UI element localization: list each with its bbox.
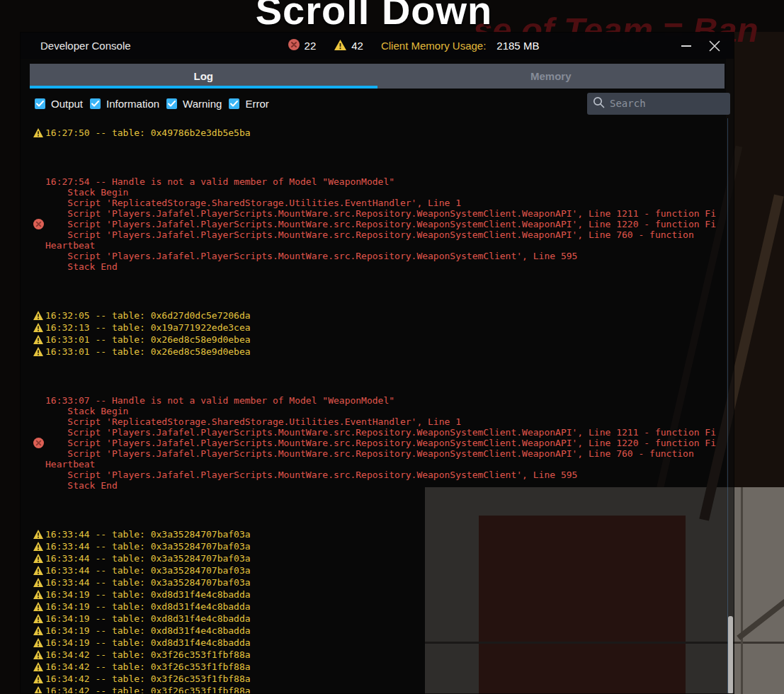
log-entry-warning: 16:34:19 -- table: 0xd8d31f4e4c8badda: [21, 588, 727, 601]
warning-icon: [33, 128, 43, 137]
warning-count: 42: [351, 40, 363, 52]
log-error-line: Stack Begin: [33, 187, 727, 198]
tab-log[interactable]: Log: [30, 64, 377, 89]
log-error-line: Script 'Players.Jafafel.PlayerScripts.Mo…: [33, 448, 727, 459]
log-area: 16:27:50 -- table: 0x49786b2e3db5e5ba16:…: [21, 118, 734, 693]
log-text: 16:32:13 -- table: 0x19a771922ede3cea: [45, 322, 251, 333]
filter-label: Warning: [183, 98, 222, 110]
log-text: 16:33:44 -- table: 0x3a35284707baf03a: [45, 553, 251, 564]
log-text: 16:33:44 -- table: 0x3a35284707baf03a: [45, 565, 251, 576]
log-text: 16:33:44 -- table: 0x3a35284707baf03a: [45, 529, 251, 540]
filter-information[interactable]: Information: [90, 98, 159, 110]
log-spacer: [21, 139, 727, 176]
log-entry-warning: 16:32:05 -- table: 0x6d27d0dc5e7206da: [21, 309, 727, 322]
log-error-line: Script 'Players.Jafafel.PlayerScripts.Mo…: [33, 470, 727, 480]
checkbox-checked-icon: [90, 98, 101, 109]
filter-bar: Output Information Warning Error: [21, 89, 734, 118]
search-input[interactable]: [610, 98, 737, 109]
checkbox-checked-icon: [229, 98, 239, 109]
developer-console-window: Developer Console 22 42 Client Memory Us…: [20, 32, 734, 694]
background-tile-grout: [741, 487, 743, 694]
warning-icon: [33, 530, 43, 539]
filter-label: Information: [106, 98, 159, 110]
warning-icon: [33, 662, 43, 671]
log-error-line: Script 'Players.Jafafel.PlayerScripts.Mo…: [33, 219, 727, 229]
log-error-line: 16:33:07 -- Handle is not a valid member…: [33, 395, 727, 406]
memory-usage-value: 2185 MB: [496, 40, 539, 52]
filter-label: Output: [51, 98, 83, 110]
warning-icon: [33, 578, 43, 587]
log-text: 16:34:19 -- table: 0xd8d31f4e4c8badda: [45, 637, 251, 648]
log-spacer: [21, 272, 727, 309]
log-list[interactable]: 16:27:50 -- table: 0x49786b2e3db5e5ba16:…: [21, 118, 727, 693]
close-button[interactable]: [705, 37, 724, 55]
log-error-line: Script 'Players.Jafafel.PlayerScripts.Mo…: [33, 251, 727, 261]
log-text: 16:32:05 -- table: 0x6d27d0dc5e7206da: [45, 310, 251, 321]
error-badge-icon: [288, 39, 300, 52]
log-entry-error: 16:27:54 -- Handle is not a valid member…: [33, 176, 727, 272]
warning-icon: [33, 686, 43, 693]
tab-log-label: Log: [194, 70, 214, 82]
checkbox-checked-icon: [166, 98, 177, 109]
error-icon: [33, 438, 44, 448]
log-entry-warning: 16:34:19 -- table: 0xd8d31f4e4c8badda: [21, 625, 727, 637]
warning-icon: [33, 590, 43, 599]
log-error-line: Script 'Players.Jafafel.PlayerScripts.Mo…: [33, 208, 727, 219]
log-text: 16:33:01 -- table: 0x26ed8c58e9d0ebea: [45, 346, 251, 357]
log-text: 16:27:50 -- table: 0x49786b2e3db5e5ba: [45, 127, 251, 138]
log-entry-warning: 16:33:01 -- table: 0x26ed8c58e9d0ebea: [21, 346, 727, 358]
log-text: 16:34:42 -- table: 0x3f26c353f1fbf88a: [45, 686, 251, 693]
log-entry-warning: 16:33:44 -- table: 0x3a35284707baf03a: [21, 576, 727, 588]
log-entry-warning: 16:34:19 -- table: 0xd8d31f4e4c8badda: [21, 601, 727, 613]
log-text: 16:33:01 -- table: 0x26ed8c58e9d0ebea: [45, 334, 251, 345]
warning-icon: [33, 602, 43, 611]
log-error-line: Stack Begin: [33, 406, 727, 416]
search-box: [587, 93, 730, 115]
filter-warning[interactable]: Warning: [166, 98, 222, 110]
warning-badge-icon: [334, 40, 346, 52]
error-icon: [33, 219, 44, 229]
log-error-line: Heartbeat: [33, 240, 727, 251]
log-error-line: 16:27:54 -- Handle is not a valid member…: [33, 176, 727, 187]
log-entry-error: 16:33:07 -- Handle is not a valid member…: [33, 395, 727, 491]
memory-usage-label: Client Memory Usage:: [381, 40, 486, 52]
log-entry-warning: 16:34:42 -- table: 0x3f26c353f1fbf88a: [21, 673, 727, 685]
log-entry-warning: 16:33:44 -- table: 0x3a35284707baf03a: [21, 540, 727, 552]
log-entry-warning: 16:33:44 -- table: 0x3a35284707baf03a: [21, 564, 727, 576]
checkbox-checked-icon: [35, 98, 45, 109]
warning-icon: [33, 674, 43, 683]
tab-memory-label: Memory: [530, 70, 572, 82]
scrollbar-thumb[interactable]: [728, 616, 733, 693]
log-text: 16:33:44 -- table: 0x3a35284707baf03a: [45, 577, 251, 588]
log-text: 16:34:19 -- table: 0xd8d31f4e4c8badda: [45, 589, 251, 600]
screen: se of Team = Ban Scroll Down Developer C…: [0, 0, 784, 694]
log-spacer: [21, 491, 727, 528]
filter-error[interactable]: Error: [229, 98, 268, 110]
log-error-line: Script 'Players.Jafafel.PlayerScripts.Mo…: [33, 427, 727, 438]
warning-icon: [33, 614, 43, 623]
warning-icon: [33, 311, 43, 320]
console-title: Developer Console: [40, 40, 131, 52]
warning-icon: [33, 554, 43, 563]
status-badges: 22 42 Client Memory Usage: 2185 MB: [288, 39, 540, 52]
log-entry-warning: 16:32:13 -- table: 0x19a771922ede3cea: [21, 322, 727, 334]
warning-icon: [33, 650, 43, 659]
tabstrip: Log Memory: [21, 59, 734, 89]
log-error-line: Heartbeat: [33, 459, 727, 470]
game-title-text: Scroll Down: [0, 0, 748, 33]
minimize-button[interactable]: [677, 37, 695, 55]
tab-underline: [377, 86, 725, 89]
log-text: 16:34:19 -- table: 0xd8d31f4e4c8badda: [45, 625, 251, 636]
active-tab-underline: [30, 86, 377, 89]
error-count: 22: [305, 40, 317, 52]
log-text: 16:34:42 -- table: 0x3f26c353f1fbf88a: [45, 649, 251, 660]
warning-icon: [33, 347, 43, 356]
warning-icon: [33, 323, 43, 332]
filter-output[interactable]: Output: [35, 98, 83, 110]
log-error-line: Script 'ReplicatedStorage.SharedStorage.…: [33, 198, 727, 208]
log-entry-warning: 16:33:01 -- table: 0x26ed8c58e9d0ebea: [21, 334, 727, 346]
log-entry-warning: 16:34:19 -- table: 0xd8d31f4e4c8badda: [21, 637, 727, 649]
tab-memory[interactable]: Memory: [377, 64, 725, 89]
log-error-line: Stack End: [33, 480, 727, 491]
log-text: 16:34:42 -- table: 0x3f26c353f1fbf88a: [45, 661, 251, 672]
